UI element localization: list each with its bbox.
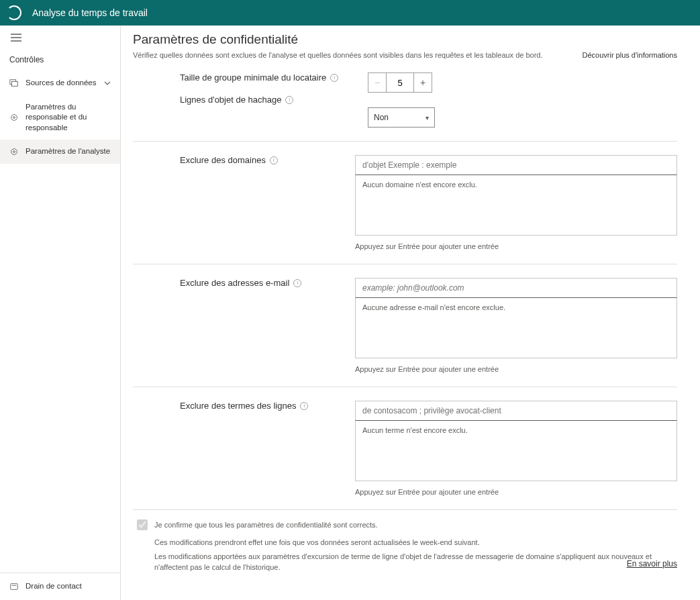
more-info-link[interactable]: Découvrir plus d'informations [583, 51, 678, 59]
label-exclude-terms: Exclure des termes des lignes [180, 401, 296, 411]
exclude-emails-list: Aucune adresse e-mail n'est encore exclu… [355, 298, 677, 358]
sidebar-item-label: Paramètres de l'analyste [26, 146, 110, 157]
gear-icon [9, 147, 19, 156]
info-icon[interactable]: i [270, 156, 278, 164]
sidebar-item-analyst-settings[interactable]: Paramètres de l'analyste [0, 140, 120, 164]
exclude-terms-input[interactable] [355, 401, 677, 421]
info-icon[interactable]: i [293, 279, 301, 287]
info-icon[interactable]: i [300, 402, 308, 410]
chevron-down-icon [104, 80, 111, 87]
data-sources-icon [9, 79, 19, 88]
exclude-domains-hint: Appuyez sur Entrée pour ajouter une entr… [355, 242, 677, 250]
stepper-increment-button[interactable]: + [413, 72, 432, 93]
exclude-terms-list: Aucun terme n'est encore exclu. [355, 421, 677, 481]
exclude-terms-empty: Aucun terme n'est encore exclu. [362, 426, 468, 434]
svg-point-4 [11, 148, 17, 154]
confirm-section: Je confirme que tous les paramètres de c… [133, 510, 677, 573]
sidebar-item-data-sources[interactable]: Sources de données [0, 71, 120, 95]
sidebar-footer-contact[interactable]: Drain de contact [0, 573, 120, 600]
sidebar-item-manager-settings[interactable]: Paramètres du responsable et du responsa… [0, 95, 120, 140]
svg-point-2 [11, 114, 17, 120]
page-subtitle: Vérifiez quelles données sont exclues de… [133, 51, 556, 59]
sidebar: Contrôles Sources de données Paramètres … [0, 26, 121, 600]
exclude-emails-empty: Aucune adresse e-mail n'est encore exclu… [362, 303, 505, 311]
label-hash-lines: Lignes d'objet de hachage [180, 95, 281, 105]
info-icon[interactable]: i [285, 96, 293, 104]
main-content: Paramètres de confidentialité Vérifiez q… [121, 26, 700, 600]
svg-point-5 [13, 150, 15, 152]
gear-icon [9, 113, 19, 122]
stepper-decrement-button[interactable]: − [368, 72, 387, 93]
hamburger-menu-button[interactable] [0, 26, 120, 50]
select-value: Non [374, 113, 389, 122]
caret-down-icon: ▾ [426, 114, 429, 121]
label-exclude-domains: Exclure des domaines [180, 155, 266, 165]
sidebar-item-label: Sources de données [26, 78, 97, 89]
hash-lines-select[interactable]: Non ▾ [368, 107, 435, 128]
page-title: Paramètres de confidentialité [133, 26, 677, 51]
svg-point-3 [13, 116, 15, 118]
contact-icon [9, 582, 19, 591]
exclude-domains-list: Aucun domaine n'est encore exclu. [355, 175, 677, 236]
exclude-emails-hint: Appuyez sur Entrée pour ajouter une entr… [355, 365, 677, 373]
sidebar-item-label: Paramètres du responsable et du responsa… [26, 102, 111, 134]
app-logo-icon [7, 5, 21, 20]
exclude-domains-input[interactable] [355, 155, 677, 175]
exclude-emails-input[interactable] [355, 278, 677, 298]
svg-rect-1 [12, 81, 18, 86]
app-title: Analyse du temps de travail [32, 7, 148, 18]
confirm-note2: Les modifications apportées aux paramètr… [154, 552, 652, 572]
sidebar-heading: Contrôles [0, 50, 120, 71]
svg-rect-6 [11, 584, 18, 590]
min-group-stepper: − + [368, 72, 677, 93]
info-icon[interactable]: i [330, 74, 338, 82]
exclude-domains-empty: Aucun domaine n'est encore exclu. [362, 181, 477, 189]
app-header: Analyse du temps de travail [0, 0, 700, 26]
hamburger-icon [11, 34, 21, 42]
exclude-terms-hint: Appuyez sur Entrée pour ajouter une entr… [355, 488, 677, 496]
confirm-note1: Ces modifications prendront effet une fo… [154, 537, 677, 548]
confirm-label: Je confirme que tous les paramètres de c… [154, 521, 378, 529]
label-min-group: Taille de groupe minimale du locataire [180, 72, 326, 83]
label-exclude-emails: Exclure des adresses e-mail [180, 278, 289, 288]
confirm-checkbox[interactable] [137, 519, 148, 530]
sidebar-footer-label: Drain de contact [26, 581, 82, 592]
min-group-value[interactable] [387, 72, 413, 93]
